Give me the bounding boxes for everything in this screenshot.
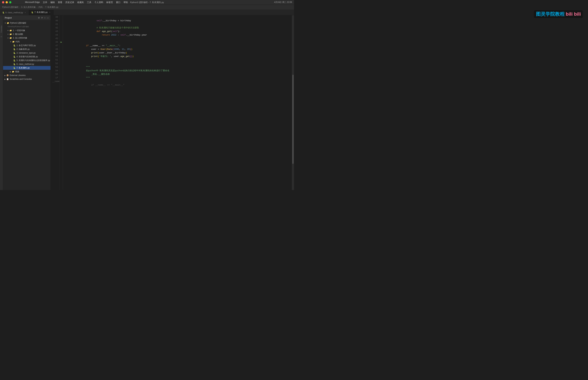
tree-file-4[interactable]: 🐍 4. 类变量与实例变量.py (3, 55, 51, 58)
tree-file-label-5: 5. 类属性与实例属性以及查找顺序.py (17, 59, 50, 62)
tree-label-root: Python3 进阶编程 (10, 22, 26, 24)
menu-file[interactable]: 文件 (43, 1, 47, 4)
tree-root[interactable]: ▼ 📁 Python3 进阶编程 (3, 21, 51, 25)
tree-label-scratch: Scratches and Consoles (10, 78, 32, 80)
breadcrumb-item-3[interactable]: 代码 (38, 6, 42, 9)
tab-close-class-method[interactable]: × (24, 11, 26, 14)
tab-label-private-attr: 7. 私有属性.py (34, 11, 47, 14)
tree-file-1[interactable]: 🐍 1. 多态与鸭子类型.py (3, 43, 51, 47)
close-button[interactable] (2, 1, 4, 3)
gutter: ▶ (59, 15, 63, 190)
tree-label-2: 2. 魔法函数 (13, 33, 23, 36)
favorites-label[interactable]: Favorites (0, 25, 2, 33)
scrollbar-thumb[interactable] (292, 75, 293, 164)
menu-window[interactable]: 窗口 (116, 1, 120, 4)
tree-file-6[interactable]: 🐍 6. class_method.py (3, 62, 51, 66)
editor-area[interactable]: 39 40 41 42 43 44 45 46 47 48 49 50 (51, 15, 294, 190)
tree-folder-1[interactable]: ▼ 📁 1. 一切皆对象 (3, 29, 51, 32)
sidebar-sync-icon[interactable]: ⟳ (41, 17, 43, 19)
sidebar-collapse-icon[interactable]: ≡ (44, 17, 45, 19)
sidebar-settings-icon[interactable]: ⚙ (38, 17, 40, 19)
code-line-53: 在python中 私有属性其实是python在执行的过程中对私有属性的名称进行了… (65, 65, 290, 69)
tree-label-1: 1. 一切皆对象 (13, 29, 25, 32)
maximize-button[interactable] (9, 1, 11, 3)
gutter-45 (59, 37, 63, 40)
tree-arrow-scratch: ▶ (4, 78, 6, 80)
editor-with-sidebar: 39 40 41 42 43 44 45 46 47 48 49 50 (51, 15, 294, 190)
tree-folder-2[interactable]: ▼ 📁 2. 魔法函数 (3, 32, 51, 36)
python-file-icon-active: 🐍 (31, 11, 33, 13)
tree-label-video: 视频 (15, 70, 19, 73)
python-file-icon: 🐍 (2, 12, 4, 13)
folder-icon-video: 📁 (12, 71, 14, 73)
py-icon-7: 🐍 (13, 67, 16, 69)
tab-class-method[interactable]: 🐍 6. class_method.py × (0, 10, 29, 15)
folder-icon-code: 📁 (12, 41, 15, 43)
tree-file-7[interactable]: 🐍 7. 私有属性.py (3, 66, 51, 70)
gutter-46-arrow[interactable]: ▶ (59, 40, 63, 44)
code-line-57: if __name__ == "__main__" (65, 80, 290, 83)
tree-folder-video[interactable]: ▶ 📁 视频 (3, 70, 51, 74)
py-icon-4: 🐍 (13, 56, 16, 58)
code-content[interactable]: self.__birthday = birthday # 私有属性只能被当前这个… (63, 15, 292, 190)
gutter-53 (59, 65, 63, 69)
menu-history[interactable]: 历史记录 (65, 1, 74, 4)
gutter-47 (59, 44, 63, 47)
breadcrumb-item-1[interactable]: Python3 进阶编程 (2, 6, 18, 9)
window-controls[interactable] (2, 1, 11, 3)
breadcrumb-item-4[interactable]: 7. 私有属性.py (45, 6, 58, 9)
project-sidebar: Project ⚙ ⟳ ≡ — ▼ 📁 Python3 进阶编程 ~/Deskt (3, 15, 51, 190)
tree-arrow-code: ▼ (10, 41, 12, 43)
py-icon-2: 🐍 (13, 48, 16, 50)
menu-profile[interactable]: 个人资料 (95, 1, 103, 4)
right-scrollbar[interactable] (292, 15, 294, 190)
tree-arrow-ext: ▶ (4, 75, 6, 76)
sidebar-header-icons: ⚙ ⟳ ≡ — (38, 17, 49, 19)
gutter-50 (59, 55, 63, 58)
line-numbers: 39 40 41 42 43 44 45 46 47 48 49 50 (51, 15, 59, 190)
tree-arrow-root: ▼ (4, 22, 6, 24)
tree-file-5[interactable]: 🐍 5. 类属性与实例属性以及查找顺序.py (3, 58, 51, 62)
menu-help[interactable]: 帮助 (124, 1, 128, 4)
tree-file-2[interactable]: 🐍 2. 抽象基类.py (3, 47, 51, 51)
folder-icon-root: 📁 (7, 22, 9, 24)
menu-app[interactable]: Microsoft Edge (25, 1, 40, 4)
folder-icon-ext: 📦 (6, 74, 9, 76)
sidebar-header-label: Project (5, 17, 12, 19)
minimize-button[interactable] (6, 1, 8, 3)
py-icon-1: 🐍 (13, 44, 16, 47)
menu-bookmarks[interactable]: 收藏夹 (77, 1, 84, 4)
menu-edit[interactable]: 编辑 (50, 1, 55, 4)
sidebar-close-icon[interactable]: — (47, 17, 49, 19)
tree-arrow-3: ▼ (7, 37, 9, 39)
folder-icon-3: 📁 (10, 37, 12, 39)
left-panel-strip: Favorites 2: (0, 15, 3, 190)
gutter-55 (59, 73, 63, 76)
tab-close-private-attr[interactable]: × (49, 11, 51, 14)
menu-tools[interactable]: 工具 (87, 1, 91, 4)
breadcrumb-item-2[interactable]: 3. 深入类和对象 (21, 6, 36, 9)
tree-ext-libs[interactable]: ▶ 📦 External Libraries (3, 74, 51, 77)
tree-file-label-2: 2. 抽象基类.py (17, 48, 30, 51)
tree-folder-code[interactable]: ▼ 📁 代码 (3, 40, 51, 43)
py-icon-6: 🐍 (13, 63, 16, 65)
gutter-52 (59, 62, 63, 65)
tree-scratches[interactable]: ▶ 📋 Scratches and Consoles (3, 77, 51, 81)
tree-file-3[interactable]: 🐍 3. isinstance_type.py (3, 51, 51, 55)
menu-tabs[interactable]: 标签页 (106, 1, 113, 4)
gutter-40 (59, 19, 63, 22)
py-icon-5: 🐍 (13, 59, 16, 62)
number-label[interactable]: 2: (0, 36, 2, 37)
gutter-48 (59, 47, 63, 51)
breadcrumb-sep-1: › (19, 6, 20, 8)
tree-arrow-video: ▶ (10, 71, 11, 73)
menu-view[interactable]: 查看 (58, 1, 62, 4)
tree-file-label-1: 1. 多态与鸭子类型.py (17, 44, 36, 47)
tree-folder-3[interactable]: ▼ 📁 3. 深入类和对象 (3, 36, 51, 40)
code-line-45 (65, 37, 290, 40)
folder-icon-2: 📁 (10, 33, 12, 35)
gutter-49 (59, 51, 63, 55)
tab-private-attr[interactable]: 🐍 7. 私有属性.py × (29, 10, 54, 15)
editor-tab-bar: 🐍 6. class_method.py × 🐍 7. 私有属性.py × (0, 10, 294, 15)
folder-icon-1: 📁 (10, 29, 12, 32)
